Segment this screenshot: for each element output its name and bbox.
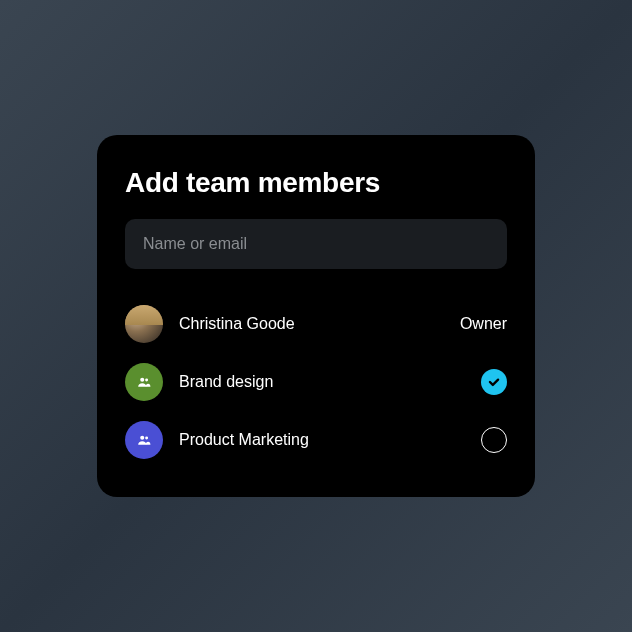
- checkbox-unchecked[interactable]: [481, 427, 507, 453]
- member-name: Product Marketing: [179, 431, 465, 449]
- member-row-group[interactable]: Product Marketing: [125, 411, 507, 469]
- checkbox-checked[interactable]: [481, 369, 507, 395]
- role-label: Owner: [460, 315, 507, 333]
- svg-point-0: [140, 378, 144, 382]
- svg-point-1: [145, 379, 148, 382]
- svg-point-3: [145, 437, 148, 440]
- avatar-group-blue: [125, 421, 163, 459]
- avatar-photo: [125, 305, 163, 343]
- member-row-group[interactable]: Brand design: [125, 353, 507, 411]
- avatar-group-green: [125, 363, 163, 401]
- modal-title: Add team members: [125, 167, 507, 199]
- svg-point-2: [140, 436, 144, 440]
- name-email-input[interactable]: [125, 219, 507, 269]
- member-name: Brand design: [179, 373, 465, 391]
- people-icon: [135, 375, 153, 389]
- check-icon: [487, 375, 501, 389]
- member-row-owner: Christina Goode Owner: [125, 295, 507, 353]
- people-icon: [135, 433, 153, 447]
- member-name: Christina Goode: [179, 315, 444, 333]
- add-team-members-modal: Add team members Christina Goode Owner B…: [97, 135, 535, 497]
